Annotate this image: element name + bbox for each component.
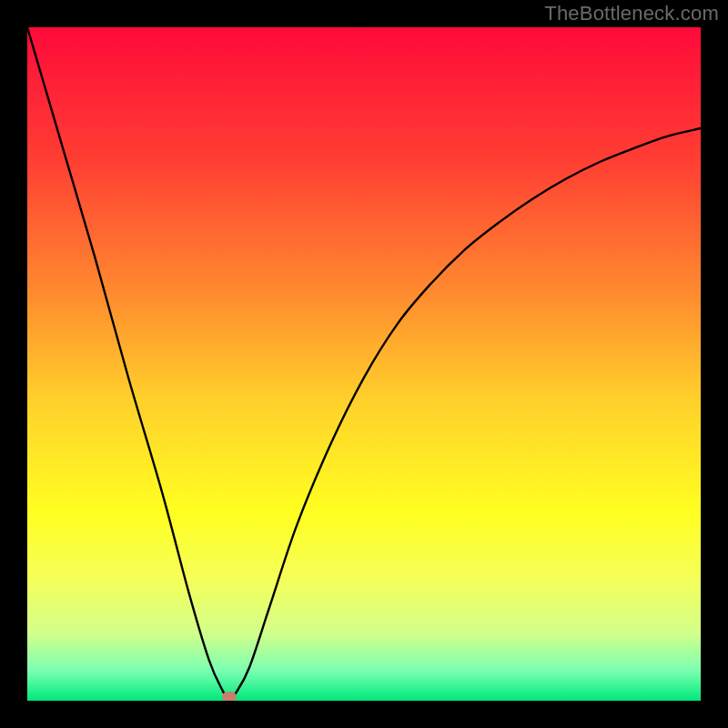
chart-frame: TheBottleneck.com xyxy=(0,0,728,728)
bottleneck-curve xyxy=(27,27,701,701)
watermark-text: TheBottleneck.com xyxy=(544,2,719,25)
plot-area xyxy=(27,27,701,701)
optimal-point-marker xyxy=(222,692,236,701)
curve-path xyxy=(27,27,701,700)
